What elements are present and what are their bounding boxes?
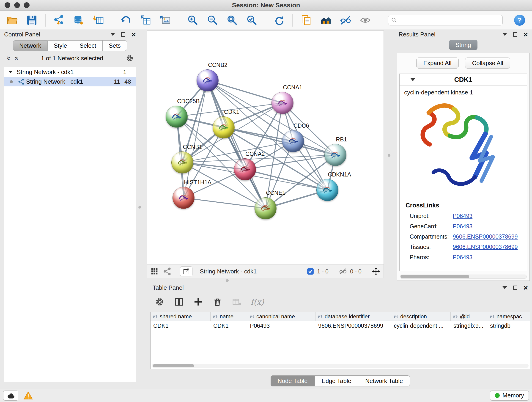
zoom-selected-button[interactable]: [244, 13, 259, 27]
column-header[interactable]: description: [391, 312, 451, 321]
memory-button[interactable]: Memory: [490, 390, 529, 401]
tab-string[interactable]: String: [449, 40, 477, 50]
selected-checkbox-icon[interactable]: [307, 268, 314, 275]
open-session-button[interactable]: [5, 13, 19, 27]
protein-disclosure-icon[interactable]: [411, 78, 415, 81]
expand-all-button[interactable]: Expand All: [416, 57, 459, 69]
apply-layout-button[interactable]: [272, 13, 286, 27]
network-node-CDKN1A[interactable]: [317, 179, 338, 201]
column-header[interactable]: shared name: [151, 312, 210, 321]
add-column-icon[interactable]: [193, 297, 203, 307]
network-from-selection-button[interactable]: [119, 13, 133, 27]
search-input[interactable]: [399, 17, 500, 23]
tab-edge-table[interactable]: Edge Table: [315, 375, 359, 386]
network-row[interactable]: String Network - cdk1 11 48: [4, 77, 136, 86]
results-horizontal-scrollbar[interactable]: [400, 274, 527, 279]
network-node-HIST1H1A[interactable]: [172, 187, 195, 209]
network-node-CDK1[interactable]: [213, 116, 234, 138]
copy-document-button[interactable]: [299, 13, 313, 27]
zoom-in-button[interactable]: [185, 13, 200, 27]
hide-glasses-button[interactable]: [338, 13, 353, 27]
show-columns-icon[interactable]: [174, 297, 184, 307]
cloud-button[interactable]: [3, 390, 18, 401]
table-cell[interactable]: stringdb: [487, 321, 530, 331]
network-node-CCNA1[interactable]: [272, 92, 293, 114]
close-panel-icon[interactable]: ×: [131, 31, 136, 38]
network-collection-row[interactable]: String Network - cdk1 1: [4, 67, 136, 77]
export-image-button[interactable]: [158, 13, 172, 27]
column-header[interactable]: database identifier: [316, 312, 391, 321]
toolbar-search[interactable]: [388, 15, 503, 26]
tab-network[interactable]: Network: [13, 40, 47, 51]
splitter-handle[interactable]: [138, 206, 141, 209]
detach-view-button[interactable]: [180, 266, 192, 276]
table-options-gear-icon[interactable]: [154, 297, 165, 307]
table-cell[interactable]: CDK1: [151, 321, 210, 331]
import-table-file-button[interactable]: [91, 13, 106, 27]
close-panel-icon[interactable]: ×: [523, 31, 528, 38]
crosslink-link[interactable]: P06493: [453, 213, 472, 219]
column-header[interactable]: name: [210, 312, 247, 321]
table-cell[interactable]: CDK1: [210, 321, 247, 331]
minimize-window-button[interactable]: [14, 2, 20, 8]
table-cell[interactable]: cyclin-dependent ...: [391, 321, 451, 331]
help-button[interactable]: ?: [514, 15, 525, 26]
delete-column-icon[interactable]: [212, 297, 223, 307]
network-node-CCNB2[interactable]: [196, 70, 219, 91]
zoom-out-button[interactable]: [205, 13, 219, 27]
float-panel-icon[interactable]: [513, 286, 517, 290]
network-node-CCNB1[interactable]: [171, 152, 193, 173]
close-window-button[interactable]: [5, 2, 10, 8]
splitter-handle[interactable]: [388, 154, 390, 157]
panel-menu-icon[interactable]: [110, 33, 115, 36]
network-node-CDC6[interactable]: [282, 130, 304, 152]
float-panel-icon[interactable]: [121, 32, 125, 37]
grid-view-icon[interactable]: [150, 267, 159, 276]
table-cell[interactable]: stringdb:9...: [451, 321, 487, 331]
scrollbar-thumb[interactable]: [400, 275, 469, 278]
close-panel-icon[interactable]: ×: [523, 284, 528, 292]
tab-sets[interactable]: Sets: [103, 40, 127, 51]
save-session-button[interactable]: [25, 13, 39, 27]
network-node-CCNE1[interactable]: [254, 197, 277, 219]
splitter-handle[interactable]: [226, 279, 229, 282]
column-header[interactable]: canonical name: [247, 312, 316, 321]
zoom-window-button[interactable]: [24, 2, 30, 8]
crosslink-link[interactable]: P06493: [453, 223, 472, 230]
network-canvas[interactable]: CCNB2CCNA1CDC25BCDK1CDC6RB1CCNB1CCNA2CDK…: [147, 31, 384, 265]
collapse-all-button[interactable]: Collapse All: [465, 57, 510, 69]
panel-menu-icon[interactable]: [502, 33, 507, 36]
panel-menu-icon[interactable]: [502, 286, 507, 289]
network-options-gear-icon[interactable]: [125, 54, 134, 63]
network-node-CDC25B[interactable]: [166, 106, 188, 128]
string-home-button[interactable]: [319, 13, 333, 27]
export-table-button[interactable]: [138, 13, 152, 27]
network-view-share-icon[interactable]: [163, 267, 172, 276]
protein-header[interactable]: CDK1: [399, 74, 527, 86]
show-eye-button[interactable]: [358, 13, 372, 27]
function-builder-icon[interactable]: f(x): [251, 297, 264, 306]
warnings-button[interactable]: [23, 391, 33, 400]
network-node-CCNA2[interactable]: [234, 158, 256, 180]
import-network-file-button[interactable]: [52, 13, 66, 27]
table-cell[interactable]: P06493: [247, 321, 316, 331]
network-node-RB1[interactable]: [324, 144, 346, 166]
crosslink-link[interactable]: 9606.ENSP00000378699: [453, 233, 518, 240]
tab-network-table[interactable]: Network Table: [358, 375, 410, 386]
collection-disclosure-icon[interactable]: [8, 71, 13, 73]
pan-crosshair-icon[interactable]: [372, 267, 380, 276]
float-panel-icon[interactable]: [513, 32, 517, 37]
column-header[interactable]: @id: [451, 312, 487, 321]
tab-select[interactable]: Select: [73, 40, 102, 51]
tab-node-table[interactable]: Node Table: [271, 375, 315, 386]
collapse-all-networks-icon[interactable]: »: [12, 55, 20, 61]
tab-style[interactable]: Style: [48, 40, 74, 51]
column-header[interactable]: namespac: [487, 312, 530, 321]
scrollbar-thumb[interactable]: [153, 364, 194, 367]
crosslink-link[interactable]: 9606.ENSP00000378699: [453, 244, 518, 250]
table-row[interactable]: CDK1 CDK1 P06493 9606.ENSP00000378699 cy…: [151, 321, 530, 331]
zoom-fit-button[interactable]: [225, 13, 239, 27]
crosslink-link[interactable]: P06493: [453, 254, 472, 261]
import-network-database-button[interactable]: [72, 13, 86, 27]
table-cell[interactable]: 9606.ENSP00000378699: [316, 321, 391, 331]
